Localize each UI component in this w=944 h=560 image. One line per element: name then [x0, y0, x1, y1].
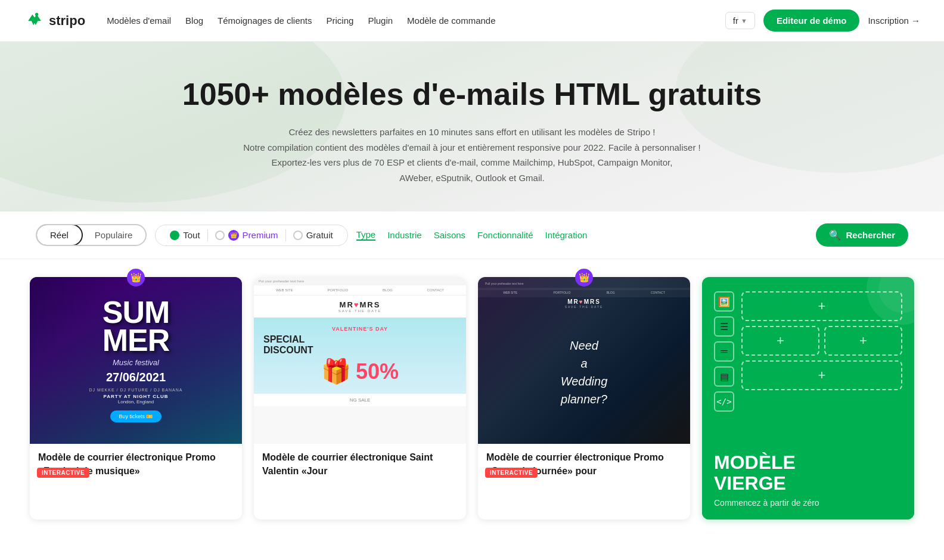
hero-description: Créez des newsletters parfaites en 10 mi…	[24, 125, 920, 185]
layout-row-2: + +	[741, 326, 902, 356]
val-logo-area: MR♥MRS SAVE·THE·DATE	[254, 295, 466, 318]
logo-icon	[24, 10, 45, 32]
demo-button[interactable]: Editeur de démo	[763, 10, 860, 32]
option-all-label: Tout	[183, 230, 200, 240]
cat-saisons[interactable]: Saisons	[434, 230, 465, 240]
card-info-builder: MODÈLEVIERGE Commencez à partir de zéro	[702, 444, 914, 519]
icon-image: 🖼️	[714, 291, 734, 312]
premium-crown-1: 👑	[127, 269, 145, 287]
category-filters: Type Industrie Saisons Fonctionnalité In…	[356, 229, 588, 241]
card-badge-interactive-1: INTERACTIVE	[37, 468, 89, 478]
hero-desc-3: Exportez-les vers plus de 70 ESP et clie…	[263, 155, 681, 185]
summer-subtitle: Music festival	[89, 358, 183, 367]
val-preheader: Put your preheader text here	[254, 277, 466, 285]
icon-list: 🖼️ ☰ ═ ▤ </>	[714, 291, 734, 432]
layout-row-3: +	[741, 360, 902, 390]
option-free-label: Gratuit	[306, 230, 333, 240]
summer-venue2: London, England	[89, 399, 183, 405]
cat-industrie[interactable]: Industrie	[387, 230, 422, 240]
builder-content: 🖼️ ☰ ═ ▤ </> + + + +	[702, 277, 914, 444]
card-title-builder: MODÈLEVIERGE	[714, 452, 902, 494]
val-nav: WEB SITE PORTFOLIO BLOG CONTACT	[254, 285, 466, 295]
nav-templates[interactable]: Modèles d'email	[107, 15, 171, 26]
card-info-wedding: Modèle de courrier électronique Promo «S…	[478, 444, 690, 486]
val-sale: NG SALE	[254, 394, 466, 406]
filter-divider	[207, 229, 208, 241]
val-promo: VALENTINE'S DAY SPECIALDISCOUNT 🎁 50%	[254, 318, 466, 394]
cat-fonctionnalite[interactable]: Fonctionnalité	[477, 230, 533, 240]
val-special: SPECIALDISCOUNT	[263, 334, 457, 355]
card-title-valentine: Modèle de courrier électronique Saint Va…	[262, 451, 458, 478]
search-icon: 🔍	[829, 229, 841, 241]
wedding-text: NeedaWeddingplanner?	[549, 325, 620, 420]
filter-divider2	[285, 229, 286, 241]
premium-icon: 👑	[228, 230, 239, 241]
val-tag: VALENTINE'S DAY	[263, 326, 457, 332]
icon-text-line: ▤	[714, 366, 734, 387]
card-info-summer: Modèle de courrier électronique Promo «F…	[30, 444, 242, 486]
lang-selector[interactable]: fr ▼	[725, 12, 755, 29]
card-builder[interactable]: 🖼️ ☰ ═ ▤ </> + + + + MODÈLEVIERGE Commen…	[702, 277, 914, 519]
header-right: fr ▼ Editeur de démo Inscription →	[725, 10, 920, 32]
hero-title: 1050+ modèles d'e-mails HTML gratuits	[24, 77, 920, 111]
signup-link[interactable]: Inscription →	[868, 15, 920, 26]
wedding-nav: WEB SITE PORTFOLIO BLOG CONTACT	[478, 288, 690, 297]
toggle-popular[interactable]: Populaire	[82, 225, 145, 245]
nav-testimonials[interactable]: Témoignages de clients	[218, 15, 312, 26]
summer-cta: Buy tickets 🎫	[110, 410, 161, 422]
header: stripo Modèles d'email Blog Témoignages …	[0, 0, 944, 42]
lang-label: fr	[733, 15, 738, 26]
cat-integration[interactable]: Intégration	[545, 230, 588, 240]
layout-row-1: +	[741, 291, 902, 321]
summer-dj: DJ MEKKE / DJ FUTURE / DJ BANANA	[89, 388, 183, 392]
logo-text: stripo	[49, 13, 85, 29]
val-offer: 🎁 50%	[263, 357, 457, 385]
chevron-down-icon: ▼	[741, 17, 747, 24]
wedding-logo: MR♥MRS SAVE·THE·DATE	[478, 298, 690, 309]
svg-point-0	[35, 13, 38, 15]
icon-text-block: ☰	[714, 316, 734, 337]
nav-plugin[interactable]: Plugin	[368, 15, 393, 26]
layout-grid: + + + +	[741, 291, 902, 432]
icon-divider: ═	[714, 341, 734, 362]
cards-grid: 👑 SUMMER Music festival 27/06/2021 DJ ME…	[0, 259, 944, 549]
main-nav: Modèles d'email Blog Témoignages de clie…	[107, 15, 725, 26]
card-wedding[interactable]: 👑 Pull your preheader text here WEB SITE…	[478, 277, 690, 519]
option-premium-label: Premium	[243, 230, 278, 240]
card-image-summer: SUMMER Music festival 27/06/2021 DJ MEKK…	[30, 277, 242, 444]
radio-free-dot	[293, 231, 303, 240]
card-info-valentine: Modèle de courrier électronique Saint Va…	[254, 444, 466, 486]
summer-venue1: PARTY AT NIGHT CLUB	[89, 394, 183, 399]
premium-crown-3: 👑	[575, 269, 593, 287]
summer-title: SUMMER	[89, 298, 183, 354]
view-toggle-group: Réel Populaire	[36, 224, 147, 246]
filter-bar: Réel Populaire Tout 👑 Premium Gratuit Ty…	[0, 211, 944, 259]
logo[interactable]: stripo	[24, 10, 85, 32]
card-subtitle-builder: Commencez à partir de zéro	[714, 498, 902, 508]
search-label: Rechercher	[846, 230, 895, 240]
nav-blog[interactable]: Blog	[185, 15, 203, 26]
summer-date: 27/06/2021	[89, 371, 183, 384]
nav-pricing[interactable]: Pricing	[327, 15, 354, 26]
option-all[interactable]: Tout	[165, 230, 204, 240]
toggle-real[interactable]: Réel	[36, 224, 83, 246]
hero-section: 1050+ modèles d'e-mails HTML gratuits Cr…	[0, 42, 944, 211]
radio-premium-dot	[215, 231, 225, 240]
card-summer[interactable]: 👑 SUMMER Music festival 27/06/2021 DJ ME…	[30, 277, 242, 519]
card-image-wedding: Pull your preheader text here WEB SITE P…	[478, 277, 690, 444]
card-image-valentine: Put your preheader text here WEB SITE PO…	[254, 277, 466, 444]
option-free[interactable]: Gratuit	[288, 230, 338, 240]
card-valentine[interactable]: Put your preheader text here WEB SITE PO…	[254, 277, 466, 519]
cat-type[interactable]: Type	[356, 229, 376, 241]
option-premium[interactable]: 👑 Premium	[210, 230, 283, 241]
filter-options-pill: Tout 👑 Premium Gratuit	[155, 225, 347, 246]
icon-code: </>	[714, 391, 734, 412]
hero-desc-2: Notre compilation contient des modèles d…	[24, 140, 920, 155]
hero-desc-1: Créez des newsletters parfaites en 10 mi…	[24, 125, 920, 140]
card-badge-interactive-3: INTERACTIVE	[485, 468, 538, 478]
nav-order[interactable]: Modèle de commande	[407, 15, 495, 26]
search-button[interactable]: 🔍 Rechercher	[816, 223, 908, 247]
radio-all-dot	[170, 231, 179, 240]
